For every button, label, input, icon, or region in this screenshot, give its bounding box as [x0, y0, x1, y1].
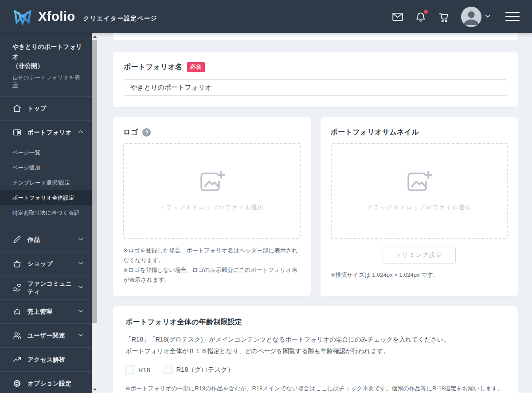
sidebar-item-works[interactable]: 作品	[0, 228, 92, 252]
logo-note-1: ※ロゴを登録した場合、ポートフォリオ名はヘッダー部に表示されなくなります。	[123, 246, 301, 265]
pencil-icon	[12, 235, 22, 244]
hand-heart-icon	[12, 283, 22, 292]
trimming-settings-button[interactable]: トリミング設定	[383, 247, 456, 263]
trending-up-icon	[12, 355, 22, 364]
age-restriction-title: ポートフォリオ全体の年齢制限設定	[125, 318, 505, 327]
age-restriction-card: ポートフォリオ全体の年齢制限設定 「R18」「R18(グロテスク)」がメインコン…	[113, 306, 518, 393]
sidebar-item-template[interactable]: テンプレート選択/設定	[0, 175, 92, 190]
image-add-icon	[198, 170, 226, 197]
sidebar-item-page-add[interactable]: ページ追加	[0, 160, 92, 175]
r18g-label: R18（グロテスク）	[176, 365, 234, 374]
header-actions	[392, 7, 520, 27]
age-restriction-description: 「R18」「R18(グロテスク)」がメインコンテンツとなるポートフォリオの場合に…	[125, 334, 505, 356]
cart-icon[interactable]	[438, 11, 450, 23]
page-subtitle: クリエイター設定ページ	[83, 15, 157, 23]
sidebar-item-users[interactable]: ユーザー関連	[0, 323, 92, 347]
age-checkbox-row: R18 R18（グロテスク）	[125, 365, 505, 374]
thumbnail-title: ポートフォリオサムネイル	[331, 128, 419, 137]
sidebar: やきとりのポートフォリオ （非公開） 自分のポートフォリオを表示 トップ ポート…	[0, 33, 92, 393]
logo-note-2: ※ロゴを登録しない場合、ロゴの表示部分にこのポートフォリオ名が表示されます。	[123, 265, 301, 285]
users-icon	[12, 331, 22, 340]
shop-basket-icon	[12, 259, 22, 268]
age-desc-line-1: 「R18」「R18(グロテスク)」がメインコンテンツとなるポートフォリオの場合に…	[125, 334, 505, 345]
logo-title: ロゴ	[123, 128, 138, 137]
r18g-checkbox-group[interactable]: R18（グロテスク）	[164, 365, 234, 374]
piggy-bank-icon	[12, 307, 22, 316]
sidebar-item-page-list[interactable]: ページ一覧	[0, 145, 92, 160]
chevron-up-icon	[78, 129, 84, 137]
scrollbar-thumb[interactable]	[92, 40, 97, 323]
xfolio-logo-icon[interactable]	[12, 8, 33, 26]
logo-card: ロゴ ? ドラッグ＆ドロップorファイル選択	[113, 117, 311, 296]
age-desc-line-2: ポートフォリオ全体がＲ１８指定となり、どのページを閲覧する際も年齢確認が行われま…	[125, 346, 505, 357]
bell-icon[interactable]	[415, 11, 426, 23]
r18-checkbox[interactable]	[125, 365, 134, 374]
sidebar-item-commercial-law[interactable]: 特定商取引法に基づく表記	[0, 205, 92, 220]
sidebar-item-analytics[interactable]: アクセス解析	[0, 347, 92, 371]
r18-checkbox-group[interactable]: R18	[125, 365, 150, 374]
brand-name[interactable]: Xfolio	[38, 9, 75, 24]
help-icon[interactable]: ?	[142, 128, 151, 137]
sidebar-scrollbar[interactable]	[92, 33, 98, 393]
age-restriction-notes: ※ポートフォリオの一部にR18の作品を含むが、R18メインでない場合はここにはチ…	[125, 383, 505, 393]
notification-dot	[424, 10, 428, 14]
portfolio-name-card: ポートフォリオ名 必須	[113, 52, 518, 107]
dropzone-text: ドラッグ＆ドロップorファイル選択	[367, 204, 471, 212]
thumbnail-size-note: ※推奨サイズは 1,024px × 1,024px です。	[331, 271, 508, 279]
sidebar-item-fan-community[interactable]: ファンコミュニティ	[0, 275, 92, 299]
sidebar-item-portfolio[interactable]: ポートフォリオ	[0, 120, 92, 144]
hamburger-icon[interactable]	[505, 12, 520, 21]
sidebar-portfolio-block: やきとりのポートフォリオ （非公開） 自分のポートフォリオを表示	[0, 33, 92, 96]
age-note-1: ※ポートフォリオの一部にR18の作品を含むが、R18メインでない場合はここにはチ…	[125, 383, 505, 393]
sidebar-item-portfolio-settings[interactable]: ポートフォリオ全体設定	[0, 190, 92, 205]
dropzone-text: ドラッグ＆ドロップorファイル選択	[160, 204, 264, 212]
chevron-down-icon	[78, 332, 84, 340]
required-badge: 必須	[187, 62, 205, 72]
logo-dropzone[interactable]: ドラッグ＆ドロップorファイル選択	[123, 143, 301, 239]
app-header: Xfolio クリエイター設定ページ	[0, 0, 532, 33]
thumbnail-dropzone[interactable]: ドラッグ＆ドロップorファイル選択	[331, 143, 508, 239]
portfolio-name-input[interactable]	[124, 79, 507, 96]
main-content: ポートフォリオ名 必須 ロゴ ?	[98, 33, 532, 393]
portfolio-status: （非公開）	[12, 61, 83, 71]
scrollbar-down-button[interactable]	[92, 386, 98, 393]
chevron-down-icon	[78, 260, 84, 268]
image-add-icon	[405, 170, 433, 197]
home-icon	[12, 104, 22, 113]
scrollbar-up-button[interactable]	[92, 33, 98, 40]
sidebar-item-shop[interactable]: ショップ	[0, 252, 92, 275]
view-portfolio-link[interactable]: 自分のポートフォリオを表示	[12, 74, 83, 89]
portfolio-name-title: ポートフォリオ名	[124, 63, 183, 72]
sidebar-item-sales[interactable]: 売上管理	[0, 299, 92, 323]
portfolio-sub-menu: ページ一覧 ページ追加 テンプレート選択/設定 ポートフォリオ全体設定 特定商取…	[0, 144, 92, 228]
portfolio-icon	[12, 128, 22, 137]
chevron-down-icon	[78, 236, 84, 244]
chevron-down-icon	[78, 284, 84, 292]
mail-icon[interactable]	[392, 11, 403, 23]
r18g-checkbox[interactable]	[164, 365, 172, 374]
previous-card-edge	[113, 33, 518, 40]
thumbnail-card: ポートフォリオサムネイル ドラッグ＆ドロップorファイル選択	[321, 117, 518, 296]
account-menu[interactable]	[461, 7, 491, 27]
logo-notes: ※ロゴを登録した場合、ポートフォリオ名はヘッダー部に表示されなくなります。 ※ロ…	[123, 246, 301, 285]
chevron-down-icon[interactable]	[484, 12, 491, 21]
portfolio-title: やきとりのポートフォリオ	[12, 42, 83, 61]
gear-icon	[12, 379, 22, 388]
sidebar-item-options[interactable]: オプション設定	[0, 371, 92, 393]
chevron-down-icon	[78, 308, 84, 316]
r18-label: R18	[138, 366, 150, 373]
sidebar-item-top[interactable]: トップ	[0, 96, 92, 120]
avatar[interactable]	[461, 7, 481, 27]
